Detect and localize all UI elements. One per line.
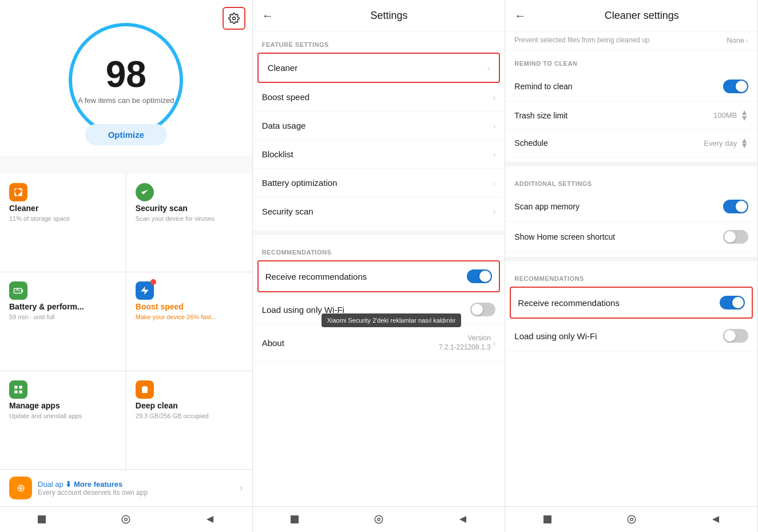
battery-chevron-icon: › xyxy=(493,178,496,188)
settings-back-button[interactable]: ← xyxy=(262,9,273,22)
svg-marker-16 xyxy=(459,516,466,523)
boost-icon xyxy=(136,281,154,300)
receive-rec-toggle[interactable] xyxy=(467,269,492,283)
nav-back-icon[interactable] xyxy=(204,514,216,525)
grid-item-battery[interactable]: Battery & perform... 59 min · until full xyxy=(0,272,126,370)
divider2 xyxy=(505,162,757,166)
cleaner-header: ← Cleaner settings xyxy=(505,0,757,32)
cleaner-receive-rec-label: Receive recommendations xyxy=(518,298,720,308)
settings-cleaner-row[interactable]: Cleaner › xyxy=(259,54,499,82)
cleaner-top-chevron-icon: › xyxy=(745,35,748,45)
settings-battery-item[interactable]: Battery optimization › xyxy=(253,169,505,197)
trash-size-label: Trash size limit xyxy=(514,111,713,120)
nav3-back-icon[interactable] xyxy=(710,514,721,525)
remind-clean-toggle[interactable] xyxy=(723,80,748,93)
svg-point-14 xyxy=(375,515,383,523)
load-wifi-toggle[interactable] xyxy=(470,303,495,316)
divider1 xyxy=(253,231,505,235)
home-shortcut-toggle[interactable] xyxy=(723,230,748,244)
cleaner-desc: 11% of storage space xyxy=(9,215,117,222)
home-shortcut-item[interactable]: Show Home screen shortcut xyxy=(505,222,757,252)
more-features-desc: Every account deserves its own app xyxy=(38,489,234,497)
blocklist-chevron-icon: › xyxy=(493,150,496,159)
settings-security-item[interactable]: Security scan › xyxy=(253,197,505,226)
svg-rect-7 xyxy=(14,390,17,393)
boost-chevron-icon: › xyxy=(493,93,496,102)
divider3 xyxy=(505,257,757,261)
grid-item-boost-speed[interactable]: Boost speed Make your device 26% fast... xyxy=(126,272,252,370)
battery-desc: 59 min · until full xyxy=(9,313,117,320)
settings-title: Settings xyxy=(283,10,496,22)
cleaner-top-desc-row: Prevent selected files from being cleane… xyxy=(505,32,757,51)
cleaner-back-button[interactable]: ← xyxy=(514,9,526,22)
scan-app-memory-item[interactable]: Scan app memory xyxy=(505,192,757,222)
settings-blocklist-item[interactable]: Blocklist › xyxy=(253,140,505,169)
receive-rec-label: Receive recommendations xyxy=(265,272,467,281)
receive-recommendations-row[interactable]: Receive recommendations xyxy=(257,260,501,292)
svg-rect-17 xyxy=(543,515,551,523)
cleaner-load-wifi-row[interactable]: Load using only Wi-Fi xyxy=(505,321,757,351)
tooltip: Xiaomi Security 2'deki reklamlar nasıl k… xyxy=(322,313,462,327)
schedule-value: Every day xyxy=(704,139,737,148)
svg-point-0 xyxy=(232,17,235,20)
nav2-back-icon[interactable] xyxy=(457,514,469,525)
nav2-home-icon[interactable] xyxy=(373,514,384,525)
svg-point-18 xyxy=(628,515,636,523)
schedule-stepper-icon[interactable]: ▲▼ xyxy=(740,138,748,149)
cleaner-receive-rec-toggle[interactable] xyxy=(720,296,745,309)
security-desc: Scan your device for viruses xyxy=(136,215,243,222)
panel-settings: ← Settings FEATURE SETTINGS Cleaner › Bo… xyxy=(253,0,506,532)
settings-header: ← Settings xyxy=(253,0,505,32)
trash-size-item[interactable]: Trash size limit 100MB ▲▼ xyxy=(505,102,757,130)
nav-home-icon[interactable] xyxy=(120,514,132,525)
svg-rect-8 xyxy=(19,390,22,393)
remind-clean-item[interactable]: Remind to clean xyxy=(505,72,757,102)
manage-apps-title: Manage apps xyxy=(9,401,117,410)
trash-size-value: 100MB xyxy=(713,111,737,120)
settings-about-item[interactable]: About Version7.2.1-221208.1.3 › xyxy=(253,325,505,362)
grid-item-cleaner[interactable]: Cleaner 11% of storage space xyxy=(0,174,126,272)
svg-marker-12 xyxy=(207,516,213,523)
nav3-square-icon[interactable] xyxy=(542,514,553,525)
about-chevron-icon: › xyxy=(493,339,496,348)
svg-rect-13 xyxy=(291,515,299,523)
grid-item-manage-apps[interactable]: Manage apps Update and uninstall apps xyxy=(0,371,126,469)
optimize-button[interactable]: Optimize xyxy=(85,124,167,145)
settings-data-usage-item[interactable]: Data usage › xyxy=(253,112,505,140)
nav3-home-icon[interactable] xyxy=(626,514,637,525)
cleaner-receive-rec-row[interactable]: Receive recommendations xyxy=(510,287,753,319)
security-title: Security scan xyxy=(136,204,243,213)
settings-boost-item[interactable]: Boost speed › xyxy=(253,83,505,112)
svg-marker-20 xyxy=(712,516,719,523)
manage-apps-icon xyxy=(9,380,27,399)
schedule-label: Schedule xyxy=(514,138,704,148)
panel-home: 98 A few items can be optimized Optimize… xyxy=(0,0,253,532)
battery-icon xyxy=(9,281,27,300)
boost-title: Boost speed xyxy=(136,302,243,311)
cleaner-load-wifi-toggle[interactable] xyxy=(723,329,748,343)
grid-item-security-scan[interactable]: Security scan Scan your device for virus… xyxy=(126,174,252,272)
about-version: Version7.2.1-221208.1.3 xyxy=(439,334,491,352)
svg-rect-6 xyxy=(19,386,22,388)
cleaner-title: Cleaner xyxy=(9,204,117,213)
bottom-nav-panel2 xyxy=(253,506,505,532)
battery-title: Battery & perform... xyxy=(9,302,117,311)
nav2-square-icon[interactable] xyxy=(289,514,300,525)
settings-cleaner-item[interactable]: Cleaner › xyxy=(257,53,501,83)
more-features-row[interactable]: ⊕ Dual ap ⬇ More features Every account … xyxy=(0,469,252,506)
security-chevron-icon: › xyxy=(493,207,496,216)
cleaner-chevron-icon: › xyxy=(487,63,490,73)
load-wifi-label: Load using only Wi-Fi xyxy=(262,305,471,315)
remind-section-label: REMIND TO CLEAN xyxy=(505,51,757,72)
nav-square-icon[interactable] xyxy=(36,514,47,525)
feature-settings-label: FEATURE SETTINGS xyxy=(253,32,505,53)
schedule-item[interactable]: Schedule Every day ▲▼ xyxy=(505,130,757,158)
grid-item-deep-clean[interactable]: Deep clean 29.3 GB/256 GB occupied xyxy=(126,371,252,469)
gear-button[interactable] xyxy=(223,7,245,30)
remind-clean-label: Remind to clean xyxy=(514,82,723,91)
scan-app-memory-toggle[interactable] xyxy=(723,200,748,213)
svg-rect-5 xyxy=(14,386,17,388)
score-value: 98 xyxy=(106,56,146,93)
trash-stepper-icon[interactable]: ▲▼ xyxy=(740,110,748,121)
cleaner-top-value: None xyxy=(727,36,744,45)
